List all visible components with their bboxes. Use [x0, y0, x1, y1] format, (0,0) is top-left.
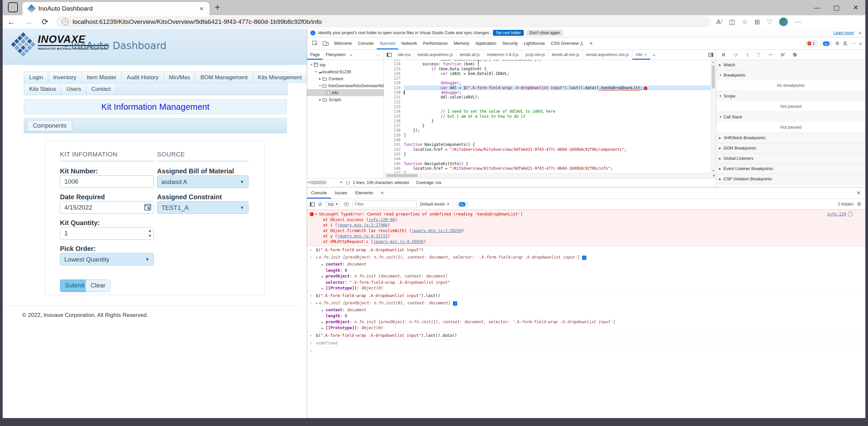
console-filter-input[interactable]	[352, 201, 417, 208]
close-tab-icon[interactable]: ×	[644, 50, 647, 60]
gear-icon[interactable]: ⚙	[835, 40, 839, 47]
line-number[interactable]: 124	[384, 62, 404, 66]
add-drawer-tab-icon[interactable]: +	[377, 190, 387, 196]
step-over-icon[interactable]	[733, 53, 738, 57]
sidebar-section-header[interactable]: ▼Call Stack	[716, 112, 865, 122]
line-number[interactable]: 128	[384, 81, 404, 85]
editor-vertical-scrollbar[interactable]: ▲▼	[711, 60, 716, 173]
devtools-tab-memory[interactable]: Memory	[451, 37, 472, 49]
line-number[interactable]: 140	[384, 138, 404, 142]
editor-horizontal-scrollbar[interactable]: ▶	[384, 173, 716, 178]
step-down-icon[interactable]: ▼	[148, 233, 152, 238]
collapse-icon[interactable]: ▼	[316, 256, 319, 259]
more-editor-tabs-icon[interactable]: »	[650, 52, 658, 57]
tab-close-icon[interactable]: ×	[197, 5, 206, 12]
object-property[interactable]: ▶context: document	[307, 261, 865, 268]
object-property[interactable]: ▶[[Prototype]]: Object(0)	[307, 285, 865, 292]
assigned-bom-dropdown[interactable]: asdasd A ▼	[157, 175, 248, 188]
devtools-tab-security[interactable]: Security	[499, 37, 521, 49]
submit-button[interactable]: Submit	[60, 280, 89, 292]
issues-count-badge[interactable]: 61	[820, 41, 832, 47]
line-number[interactable]: 138	[384, 128, 404, 133]
infobar-close-icon[interactable]: ×	[858, 30, 861, 36]
toggle-navigator-icon[interactable]	[386, 53, 392, 57]
split-screen-icon[interactable]: ◫	[729, 18, 735, 26]
line-number[interactable]: 139	[384, 133, 404, 138]
object-property[interactable]: ▶context: document	[307, 307, 865, 314]
tree-item-scripts[interactable]: ▶Scripts	[307, 96, 384, 103]
nav-item-contact[interactable]: Contact	[87, 84, 116, 95]
collapse-icon[interactable]: ▼	[316, 302, 319, 305]
browser-essentials-icon[interactable]: ♡	[767, 18, 773, 26]
object-property[interactable]: ▶[[Prototype]]: Object(0)	[307, 325, 865, 332]
date-required-input[interactable]	[60, 201, 154, 214]
maximize-button[interactable]: ▢	[827, 4, 846, 11]
line-number[interactable]: 129	[384, 86, 404, 90]
devtools-menu-icon[interactable]: ⋯	[851, 40, 856, 47]
format-braces-icon[interactable]: { }	[346, 180, 349, 185]
tree-item-content[interactable]: ▶Content	[307, 75, 384, 82]
devtools-tab-application[interactable]: Application	[472, 37, 499, 49]
set-root-folder-button[interactable]: Set root folder	[493, 30, 524, 36]
nav-item-users[interactable]: Users	[61, 84, 86, 95]
clear-button[interactable]: Clear	[86, 280, 110, 292]
devtools-tab-css-overview[interactable]: CSS Overview	[548, 37, 586, 49]
console-prompt[interactable]: ›	[307, 347, 865, 354]
object-property[interactable]: length: 0	[307, 268, 865, 274]
drawer-tab-console[interactable]: Console	[307, 187, 331, 199]
log-levels-dropdown[interactable]: Default levels▼	[420, 202, 450, 206]
expand-error-icon[interactable]: ▶	[316, 211, 317, 217]
devtools-close-icon[interactable]: ×	[859, 41, 862, 47]
sidebar-section-header[interactable]: ▼Breakpoints	[716, 70, 865, 80]
clear-console-icon[interactable]: ⊘	[318, 201, 322, 207]
line-number[interactable]: 136	[384, 119, 404, 123]
editor-tab-kendo-all-js[interactable]: kendo.all.js	[457, 50, 483, 60]
tree-item-top[interactable]: ▼top	[307, 61, 384, 68]
drawer-tab-elements[interactable]: Elements	[351, 187, 377, 199]
editor-tab-info[interactable]: info×	[632, 50, 650, 60]
tree-item-kitsoverview-kitsoverview-9d[interactable]: ▼KitsOverview/KitsOverview/9d	[307, 82, 384, 89]
navigator-menu-icon[interactable]: ⋯	[376, 52, 384, 57]
collections-icon[interactable]: ⊞	[754, 18, 760, 26]
line-number[interactable]: 147	[384, 171, 404, 173]
inspect-element-icon[interactable]	[312, 41, 318, 46]
quantity-stepper[interactable]: ▲▼	[148, 228, 152, 238]
drawer-close-icon[interactable]: ✕	[857, 190, 865, 196]
line-number[interactable]: 131	[384, 95, 404, 100]
console-issues-badge[interactable]: 61	[457, 202, 468, 207]
step-up-icon[interactable]: ▲	[148, 228, 152, 233]
error-source-link[interactable]: info:129	[827, 212, 846, 217]
devtools-tab-sources[interactable]: Sources	[377, 37, 399, 49]
dont-show-again-button[interactable]: Don't show again	[526, 30, 563, 36]
editor-tab-kendo-all-min-js[interactable]: kendo.all.min.js	[549, 50, 583, 60]
nav-item-bom-management[interactable]: BOM Management	[195, 72, 253, 83]
navigator-tab-filesystem[interactable]: Filesystem	[323, 50, 348, 60]
nav-item-min-max[interactable]: Min/Max	[164, 72, 195, 83]
close-button[interactable]: ✕	[846, 4, 865, 11]
nav-item-item-master[interactable]: Item Master	[82, 72, 122, 83]
error-count-badge[interactable]: ✕1	[805, 40, 817, 47]
site-info-icon[interactable]: i	[62, 19, 69, 25]
line-number[interactable]: 133	[384, 105, 404, 109]
sidebar-section-header[interactable]: ▶Event Listener Breakpoints	[716, 164, 865, 174]
sidebar-section-header[interactable]: ▶CSP Violation Breakpoints	[716, 174, 865, 184]
line-number[interactable]: 142	[384, 147, 404, 152]
new-tab-button[interactable]: +	[215, 2, 220, 12]
pause-icon[interactable]	[721, 53, 725, 57]
sidebar-section-header[interactable]: ▶XHR/fetch Breakpoints	[716, 133, 865, 143]
sidebar-section-header[interactable]: ▶Watch	[716, 60, 865, 70]
line-number[interactable]: 130	[384, 90, 404, 95]
learn-more-link[interactable]: Learn more	[834, 30, 854, 35]
devtools-tab-welcome[interactable]: Welcome	[331, 37, 355, 49]
read-aloud-icon[interactable]: A⁾	[716, 18, 722, 26]
step-icon[interactable]	[768, 53, 773, 57]
console-settings-icon[interactable]: ⚙	[857, 201, 861, 207]
devtools-tab-performance[interactable]: Performance	[420, 37, 451, 49]
line-number[interactable]: 132	[384, 100, 404, 105]
toggle-sidebar-icon[interactable]	[708, 53, 716, 57]
kit-number-input[interactable]	[60, 175, 154, 188]
editor-tab-modernizr-2-8-3-js[interactable]: modernizr-2.8.3.js	[483, 50, 522, 60]
line-number[interactable]: 141	[384, 142, 404, 147]
line-number[interactable]: 143	[384, 152, 404, 157]
drawer-tab-issues[interactable]: Issues	[331, 187, 351, 199]
